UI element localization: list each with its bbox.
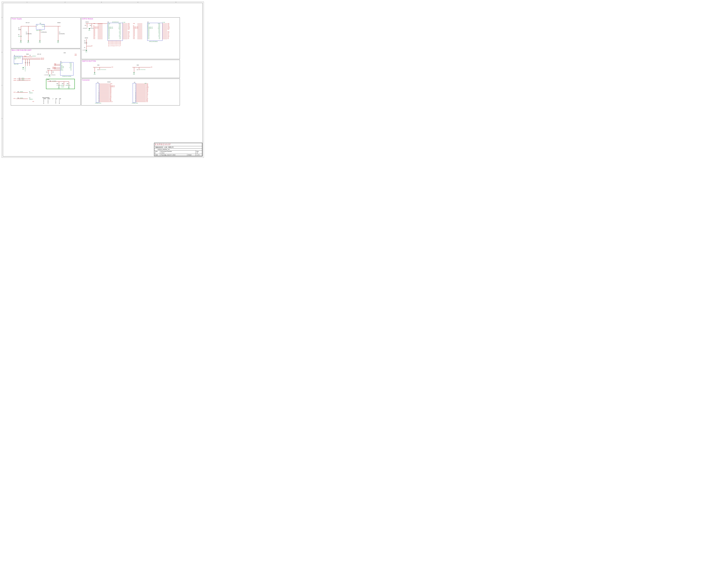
u3-right-pins: GND3 IO23 IO22 TXD0 RXD0 IO21 NC4 IO19 I…	[158, 23, 160, 39]
block-switch-button: SWITCH BUTTON SW1 IO0 C15 0.1uF/50V(10%)…	[81, 60, 180, 78]
block-connector: Connector J2 CON19X1_2P54 1VDD332EN3SENS…	[81, 79, 180, 105]
grid-col: 2	[65, 1, 65, 3]
j1-usb-conn: GND VBUS GND D- GND D+ GND NC GND	[14, 56, 23, 64]
gnd-icon	[20, 41, 22, 42]
gnd-icon	[58, 87, 60, 88]
u2-regulator: U2 VIN P_VOUT VOUT	[36, 24, 45, 29]
gnd-icon	[49, 75, 50, 76]
block-title: Connector	[82, 79, 90, 81]
block-power-supply: Power Supply EXT_5V VDD33 U2 VIN P_VOUT …	[11, 17, 81, 48]
u2-pn: AMS1117-3.3	[36, 30, 42, 31]
u3-left-pins: GND1 3V3 EN SENSOR_VP SENSOR_VN IO34 IO3…	[148, 23, 153, 39]
grid-col: 1	[27, 1, 27, 3]
grid-row: B	[1, 51, 2, 53]
block-esp32-module: ESP32 Module VDD33 C21 22uF/10V(20%) C22…	[81, 17, 180, 59]
gnd-icon	[57, 41, 59, 42]
sheet-title: ESP32_DevKitc_V4	[154, 148, 202, 150]
gnd-icon	[39, 41, 41, 42]
block-usb-uart: Micro USB 5V&USB-UART VBUS EXT_5V GND TX…	[11, 49, 81, 105]
d2-right-pins: GND3 IO23 IO22 TXD0 RXD0 IO21 NC IO19 IO…	[118, 23, 121, 39]
net-vdd33: VDD33	[57, 22, 60, 23]
gnd-icon	[133, 72, 135, 73]
schematic-sheet: 1 2 3 4 5 A B C D Power Supply EXT_5V VD…	[2, 2, 204, 158]
grid-row: C	[1, 85, 2, 86]
gnd-icon	[23, 67, 24, 68]
grid-col: 3	[101, 1, 102, 3]
gnd-icon	[94, 72, 95, 73]
company-cn: 乐鑫信息科技（上海）有限公司	[154, 146, 202, 148]
u1-right-pins: NC10 NC9 NC8 NC3 NC11 NC NC	[69, 63, 72, 71]
block-title: SWITCH BUTTON	[82, 60, 96, 62]
grid-row: A	[1, 17, 2, 18]
espressif-logo: ESPRESSIF	[155, 143, 171, 146]
wire	[58, 26, 58, 41]
wire	[22, 58, 40, 58]
grid-row: D	[1, 118, 2, 119]
d2-left-pins: GND1 3V3 EN SENSOR_VP SENSOR_VN IO34 IO3…	[108, 23, 113, 39]
d1: D1	[18, 34, 20, 35]
net-ext5v: EXT_5V	[26, 22, 29, 23]
block-title: Power Supply	[12, 18, 22, 20]
gnd-icon	[86, 50, 87, 51]
gnd-icon	[89, 28, 90, 29]
gnd-icon	[28, 41, 29, 42]
block-title: Micro USB 5V&USB-UART	[12, 49, 31, 51]
block-title: ESP32 Module	[82, 18, 93, 20]
wire	[21, 26, 37, 26]
u1-left-pins: DCD RI GND USB_DP USB_DN VDD REGIN	[61, 63, 64, 71]
auto-program-table: Auto program DTRRTS-->ENIO0 1111 0011 10…	[42, 97, 62, 104]
gnd-icon	[68, 87, 69, 88]
r2: R2	[18, 27, 20, 28]
grid-col: 4	[137, 1, 138, 3]
title-block: ESPRESSIF 乐鑫信息科技（上海）有限公司 ESP32_DevKitc_V…	[154, 143, 202, 156]
grid-col: 5	[176, 1, 176, 3]
